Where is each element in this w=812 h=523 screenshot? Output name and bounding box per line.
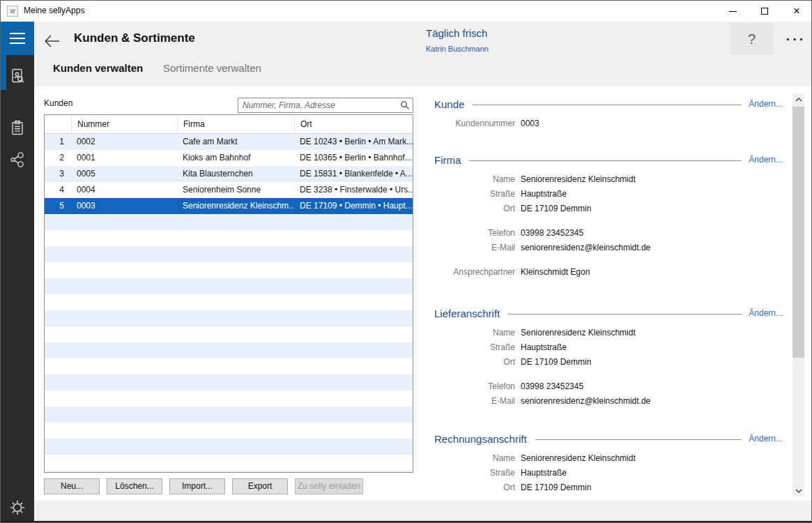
section-divider [469, 160, 742, 161]
search-box [238, 98, 413, 113]
field-label: Straße [434, 466, 515, 480]
table-row-selected[interactable]: 5 0003 Seniorenresidenz Kleinschm... DE … [45, 198, 413, 214]
field-label: E-Mail [434, 394, 515, 409]
table-header: Nummer Firma Ort [45, 115, 413, 134]
minimize-button[interactable] [717, 1, 749, 22]
field-label: Name [434, 451, 515, 466]
neu-button[interactable]: Neu... [44, 478, 100, 494]
field-value: DE 17109 Demmin [521, 202, 591, 216]
scrollbar-thumb[interactable] [792, 107, 804, 358]
cell-nummer: 0001 [71, 150, 177, 166]
aendern-link-lieferanschrift[interactable]: Ändern... [749, 308, 783, 318]
field-value: Seniorenresidenz Kleinschmidt [521, 451, 636, 466]
row-index: 1 [45, 134, 71, 150]
scroll-down-button[interactable] [792, 485, 804, 497]
section-title: Kunde [434, 98, 464, 110]
search-icon[interactable] [400, 100, 410, 113]
cell-nummer: 0005 [71, 166, 177, 182]
table-row[interactable]: 3 0005 Kita Blausternchen DE 15831 • Bla… [45, 166, 413, 182]
chevron-down-icon [795, 489, 802, 493]
field-value: 03998 23452345 [521, 379, 583, 394]
help-button[interactable]: ? [730, 23, 773, 55]
tab-sortimente-verwalten[interactable]: Sortimente verwalten [163, 62, 261, 74]
section-title: Lieferanschrift [434, 308, 500, 319]
cell-nummer: 0004 [71, 182, 177, 198]
back-button[interactable] [43, 31, 62, 51]
aendern-link-rechnungsanschrift[interactable]: Ändern... [749, 434, 783, 444]
sidebar-item-auftraege[interactable] [8, 119, 27, 138]
field-value: seniorenresidenz@kleinschmidt.de [521, 241, 650, 255]
field-label: Ort [434, 480, 515, 495]
cell-ort: DE 17109 • Demmin • Haupt... [294, 198, 413, 214]
tab-kunden-verwalten[interactable]: Kunden verwalten [53, 62, 143, 74]
field-label: E-Mail [434, 241, 515, 255]
table-row[interactable]: 1 0002 Cafe am Markt DE 10243 • Berlin •… [45, 134, 413, 150]
row-index: 3 [45, 166, 71, 182]
column-header-firma[interactable]: Firma [177, 115, 294, 133]
field-value: Seniorenresidenz Kleinschmidt [521, 172, 636, 187]
table-row[interactable]: 2 0001 Kioks am Bahnhof DE 10365 • Berli… [45, 150, 413, 166]
search-input[interactable] [238, 98, 413, 113]
settings-gear-icon [8, 499, 26, 517]
titlebar: w Meine sellyApps × [1, 1, 811, 22]
aendern-link-kunde[interactable]: Ändern... [749, 99, 783, 109]
cell-firma: Kioks am Bahnhof [177, 150, 294, 166]
table-row[interactable]: 4 0004 Seniorenheim Sonne DE 3238 • Fins… [45, 182, 413, 198]
menu-button[interactable] [1, 22, 34, 55]
field-value: DE 17109 Demmin [521, 355, 591, 370]
footer-strip [34, 501, 812, 521]
aendern-link-firma[interactable]: Ändern... [749, 155, 783, 165]
hamburger-icon [10, 33, 25, 34]
loeschen-button[interactable]: Löschen... [107, 478, 162, 494]
share-icon [8, 151, 26, 169]
kunden-table: Nummer Firma Ort 1 0002 Cafe am Markt DE… [44, 114, 413, 473]
account-name: Täglich frisch [426, 27, 487, 39]
field-label: Ort [434, 355, 515, 370]
field-value: DE 17109 Demmin [521, 480, 591, 495]
column-header-ort[interactable]: Ort [294, 115, 413, 133]
detail-scrollbar [792, 93, 804, 497]
field-label: Ort [434, 202, 515, 216]
cell-firma: Seniorenresidenz Kleinschm... [177, 198, 294, 214]
section-divider [535, 439, 742, 440]
column-header-nummer[interactable]: Nummer [71, 115, 177, 133]
column-header-index[interactable] [45, 115, 71, 133]
page-title: Kunden & Sortimente [74, 31, 195, 45]
zu-selly-einladen-button: Zu selly einladen [295, 478, 363, 494]
maximize-icon [761, 8, 768, 15]
sidebar-item-teilen[interactable] [8, 150, 27, 169]
cell-firma: Kita Blausternchen [177, 166, 294, 182]
section-firma: Firma Ändern... NameSeniorenresidenz Kle… [434, 153, 783, 280]
section-lieferanschrift: Lieferanschrift Ändern... NameSeniorenre… [434, 306, 783, 409]
row-index: 2 [45, 150, 71, 166]
field-label: Kundennummer [434, 116, 515, 131]
section-kunde: Kunde Ändern... Kundennummer0003 [434, 97, 783, 131]
app-logo-icon: w [7, 6, 18, 17]
field-value: 0003 [521, 116, 539, 131]
export-button[interactable]: Export [232, 478, 288, 494]
cell-firma: Cafe am Markt [177, 134, 294, 150]
section-divider [508, 314, 742, 314]
cell-firma: Seniorenheim Sonne [177, 182, 294, 198]
field-label: Telefon [434, 379, 515, 394]
cell-ort: DE 10243 • Berlin • Am Mark... [294, 134, 413, 150]
field-label: Telefon [434, 226, 515, 241]
scroll-up-button[interactable] [792, 93, 804, 105]
window-title: Meine sellyApps [24, 6, 84, 15]
chevron-up-icon [795, 98, 802, 102]
back-arrow-icon [43, 31, 62, 51]
import-button[interactable]: Import... [169, 478, 225, 494]
sidebar [1, 22, 34, 521]
clipboard-icon [8, 119, 26, 137]
field-value: 03998 23452345 [521, 226, 583, 241]
sidebar-item-kunden[interactable] [8, 66, 27, 86]
close-button[interactable]: × [781, 1, 812, 22]
header: Kunden & Sortimente Täglich frisch Katri… [34, 22, 812, 86]
section-title: Firma [434, 154, 461, 166]
maximize-button[interactable] [749, 1, 781, 22]
more-button[interactable]: ··· [781, 29, 811, 50]
sidebar-item-settings[interactable] [8, 498, 27, 517]
section-title: Rechnungsanschrift [434, 433, 527, 445]
field-value: Hauptstraße [521, 466, 567, 480]
nav-selection-indicator [1, 55, 6, 90]
